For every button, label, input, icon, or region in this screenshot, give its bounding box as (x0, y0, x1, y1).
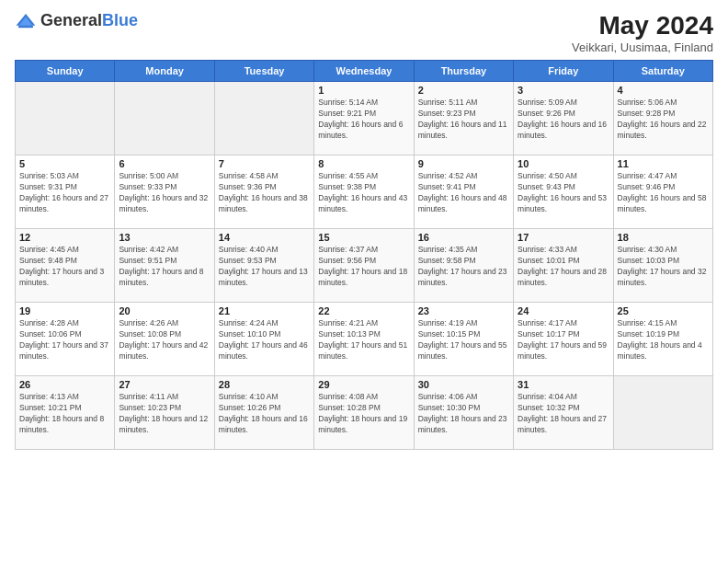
day-info: Sunrise: 4:47 AMSunset: 9:46 PMDaylight:… (618, 171, 709, 215)
day-info: Sunrise: 4:08 AMSunset: 10:28 PMDaylight… (318, 392, 409, 436)
weekday-header-monday: Monday (115, 61, 214, 82)
calendar-cell: 14Sunrise: 4:40 AMSunset: 9:53 PMDayligh… (214, 229, 313, 303)
day-number: 13 (119, 232, 210, 243)
calendar-cell (613, 376, 712, 450)
calendar-cell (214, 82, 313, 155)
calendar-cell: 19Sunrise: 4:28 AMSunset: 10:06 PMDaylig… (16, 303, 115, 376)
calendar-week-2: 5Sunrise: 5:03 AMSunset: 9:31 PMDaylight… (16, 155, 713, 229)
day-info: Sunrise: 4:33 AMSunset: 10:01 PMDaylight… (518, 245, 609, 289)
day-info: Sunrise: 4:26 AMSunset: 10:08 PMDaylight… (119, 318, 210, 362)
day-info: Sunrise: 4:28 AMSunset: 10:06 PMDaylight… (19, 318, 110, 362)
day-number: 12 (19, 232, 110, 243)
day-info: Sunrise: 4:04 AMSunset: 10:32 PMDaylight… (518, 392, 609, 436)
weekday-header-row: SundayMondayTuesdayWednesdayThursdayFrid… (16, 61, 713, 82)
calendar-cell: 16Sunrise: 4:35 AMSunset: 9:58 PMDayligh… (414, 229, 513, 303)
day-info: Sunrise: 4:15 AMSunset: 10:19 PMDaylight… (618, 318, 709, 362)
calendar-page: GeneralBlue May 2024 Veikkari, Uusimaa, … (0, 0, 728, 563)
day-info: Sunrise: 4:40 AMSunset: 9:53 PMDaylight:… (219, 245, 310, 289)
calendar-cell: 11Sunrise: 4:47 AMSunset: 9:46 PMDayligh… (613, 155, 712, 229)
day-number: 7 (219, 158, 310, 169)
day-number: 16 (418, 232, 509, 243)
day-info: Sunrise: 5:06 AMSunset: 9:28 PMDaylight:… (618, 98, 709, 142)
day-info: Sunrise: 4:19 AMSunset: 10:15 PMDaylight… (418, 318, 509, 362)
day-info: Sunrise: 5:14 AMSunset: 9:21 PMDaylight:… (318, 98, 409, 142)
day-info: Sunrise: 4:06 AMSunset: 10:30 PMDaylight… (418, 392, 509, 436)
day-info: Sunrise: 4:21 AMSunset: 10:13 PMDaylight… (318, 318, 409, 362)
calendar-cell: 4Sunrise: 5:06 AMSunset: 9:28 PMDaylight… (613, 82, 712, 155)
calendar-cell: 3Sunrise: 5:09 AMSunset: 9:26 PMDaylight… (514, 82, 613, 155)
day-number: 19 (19, 305, 110, 316)
day-number: 26 (19, 379, 110, 390)
weekday-header-friday: Friday (514, 61, 613, 82)
day-info: Sunrise: 4:58 AMSunset: 9:36 PMDaylight:… (219, 171, 310, 215)
calendar-cell: 24Sunrise: 4:17 AMSunset: 10:17 PMDaylig… (514, 303, 613, 376)
day-number: 27 (119, 379, 210, 390)
calendar-cell: 23Sunrise: 4:19 AMSunset: 10:15 PMDaylig… (414, 303, 513, 376)
day-info: Sunrise: 4:50 AMSunset: 9:43 PMDaylight:… (518, 171, 609, 215)
calendar-week-5: 26Sunrise: 4:13 AMSunset: 10:21 PMDaylig… (16, 376, 713, 450)
day-number: 25 (618, 305, 709, 316)
day-number: 10 (518, 158, 609, 169)
day-number: 28 (219, 379, 310, 390)
calendar-week-4: 19Sunrise: 4:28 AMSunset: 10:06 PMDaylig… (16, 303, 713, 376)
calendar-week-3: 12Sunrise: 4:45 AMSunset: 9:48 PMDayligh… (16, 229, 713, 303)
calendar-cell (16, 82, 115, 155)
calendar-cell: 21Sunrise: 4:24 AMSunset: 10:10 PMDaylig… (214, 303, 313, 376)
day-info: Sunrise: 4:13 AMSunset: 10:21 PMDaylight… (19, 392, 110, 436)
day-number: 29 (318, 379, 409, 390)
calendar-cell: 12Sunrise: 4:45 AMSunset: 9:48 PMDayligh… (16, 229, 115, 303)
day-info: Sunrise: 4:35 AMSunset: 9:58 PMDaylight:… (418, 245, 509, 289)
calendar-cell: 15Sunrise: 4:37 AMSunset: 9:56 PMDayligh… (314, 229, 414, 303)
day-number: 20 (119, 305, 210, 316)
day-number: 5 (19, 158, 110, 169)
day-number: 3 (518, 85, 609, 96)
title-block: May 2024 Veikkari, Uusimaa, Finland (572, 11, 713, 54)
day-number: 8 (318, 158, 409, 169)
day-number: 6 (119, 158, 210, 169)
day-info: Sunrise: 4:17 AMSunset: 10:17 PMDaylight… (518, 318, 609, 362)
calendar-cell: 20Sunrise: 4:26 AMSunset: 10:08 PMDaylig… (115, 303, 214, 376)
day-info: Sunrise: 5:00 AMSunset: 9:33 PMDaylight:… (119, 171, 210, 215)
day-number: 1 (318, 85, 409, 96)
calendar-cell: 10Sunrise: 4:50 AMSunset: 9:43 PMDayligh… (514, 155, 613, 229)
day-info: Sunrise: 4:24 AMSunset: 10:10 PMDaylight… (219, 318, 310, 362)
calendar-cell (115, 82, 214, 155)
svg-rect-2 (18, 25, 33, 27)
calendar-cell: 1Sunrise: 5:14 AMSunset: 9:21 PMDaylight… (314, 82, 414, 155)
weekday-header-sunday: Sunday (16, 61, 115, 82)
calendar-cell: 9Sunrise: 4:52 AMSunset: 9:41 PMDaylight… (414, 155, 513, 229)
calendar-cell: 2Sunrise: 5:11 AMSunset: 9:23 PMDaylight… (414, 82, 513, 155)
day-number: 2 (418, 85, 509, 96)
calendar-cell: 26Sunrise: 4:13 AMSunset: 10:21 PMDaylig… (16, 376, 115, 450)
day-info: Sunrise: 4:45 AMSunset: 9:48 PMDaylight:… (19, 245, 110, 289)
calendar-cell: 29Sunrise: 4:08 AMSunset: 10:28 PMDaylig… (314, 376, 414, 450)
logo-blue: Blue (102, 11, 138, 29)
calendar-cell: 28Sunrise: 4:10 AMSunset: 10:26 PMDaylig… (214, 376, 313, 450)
logo: GeneralBlue (15, 11, 138, 30)
day-info: Sunrise: 5:09 AMSunset: 9:26 PMDaylight:… (518, 98, 609, 142)
day-number: 21 (219, 305, 310, 316)
calendar-cell: 25Sunrise: 4:15 AMSunset: 10:19 PMDaylig… (613, 303, 712, 376)
day-number: 30 (418, 379, 509, 390)
day-number: 18 (618, 232, 709, 243)
day-number: 24 (518, 305, 609, 316)
calendar-subtitle: Veikkari, Uusimaa, Finland (572, 40, 713, 54)
day-number: 15 (318, 232, 409, 243)
weekday-header-wednesday: Wednesday (314, 61, 414, 82)
calendar-cell: 8Sunrise: 4:55 AMSunset: 9:38 PMDaylight… (314, 155, 414, 229)
day-number: 11 (618, 158, 709, 169)
calendar-cell: 5Sunrise: 5:03 AMSunset: 9:31 PMDaylight… (16, 155, 115, 229)
calendar-title: May 2024 (572, 11, 713, 40)
day-info: Sunrise: 4:42 AMSunset: 9:51 PMDaylight:… (119, 245, 210, 289)
day-info: Sunrise: 4:37 AMSunset: 9:56 PMDaylight:… (318, 245, 409, 289)
logo-general: General (40, 11, 102, 29)
weekday-header-tuesday: Tuesday (214, 61, 313, 82)
day-info: Sunrise: 4:11 AMSunset: 10:23 PMDaylight… (119, 392, 210, 436)
calendar-cell: 17Sunrise: 4:33 AMSunset: 10:01 PMDaylig… (514, 229, 613, 303)
calendar-cell: 18Sunrise: 4:30 AMSunset: 10:03 PMDaylig… (613, 229, 712, 303)
day-number: 23 (418, 305, 509, 316)
day-number: 14 (219, 232, 310, 243)
calendar-cell: 13Sunrise: 4:42 AMSunset: 9:51 PMDayligh… (115, 229, 214, 303)
day-info: Sunrise: 4:55 AMSunset: 9:38 PMDaylight:… (318, 171, 409, 215)
calendar-cell: 27Sunrise: 4:11 AMSunset: 10:23 PMDaylig… (115, 376, 214, 450)
